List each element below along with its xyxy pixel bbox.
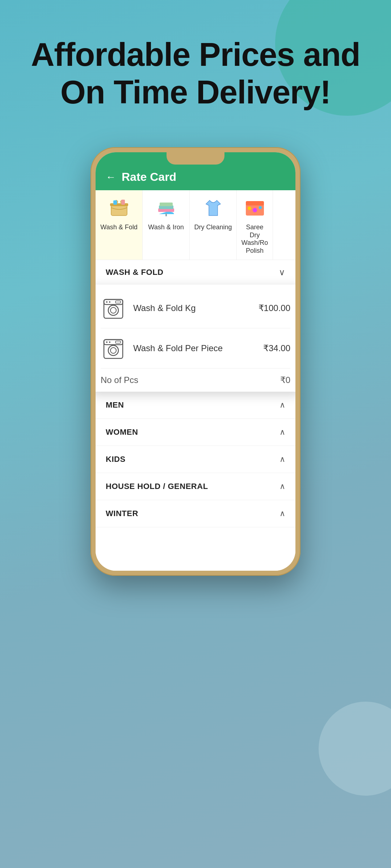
section-winter[interactable]: WINTER ∧ [96, 500, 295, 527]
svg-rect-0 [111, 205, 127, 216]
tab-wash-fold[interactable]: Wash & Fold [96, 190, 143, 260]
section-men-chevron: ∧ [279, 400, 285, 410]
svg-rect-9 [165, 213, 167, 216]
service-row-wash-fold-per-piece: Wash & Fold Per Piece ₹34.00 [101, 328, 290, 369]
svg-point-17 [108, 305, 118, 315]
washer-svg-2 [102, 337, 124, 359]
section-winter-title: WINTER [106, 509, 138, 518]
svg-point-19 [106, 301, 108, 303]
category-tabs: Wash & Fold [96, 190, 295, 260]
collapsible-sections-area: MEN ∧ WOMEN ∧ KIDS ∧ HOUSE HOLD / GENERA… [96, 392, 295, 571]
washing-machine-icon-1 [101, 295, 126, 321]
wash-iron-icon [154, 196, 178, 221]
svg-point-24 [108, 345, 118, 356]
tab-dry-cleaning-label: Dry Cleaning [194, 224, 232, 231]
hero-section: Affordable Prices and On Time Delivery! [0, 0, 391, 133]
section-men-title: MEN [106, 400, 124, 410]
wash-fold-section-title: WASH & FOLD [106, 268, 164, 277]
phone-notch [167, 152, 224, 165]
svg-point-25 [110, 348, 116, 353]
tab-wash-fold-label: Wash & Fold [100, 224, 137, 231]
tab-wash-iron-label: Wash & Iron [148, 224, 184, 231]
no-of-pcs-row: No of Pcs ₹0 [101, 369, 290, 388]
wash-fold-icon [107, 196, 131, 221]
svg-rect-5 [121, 200, 125, 205]
svg-point-26 [106, 341, 108, 343]
section-winter-chevron: ∧ [279, 509, 285, 518]
tab-saree-label: Saree Dry Wash/Ro Polish [240, 224, 269, 255]
svg-point-14 [259, 206, 262, 209]
svg-rect-28 [115, 341, 121, 343]
bg-circle-bottom [319, 702, 391, 796]
saree-dry-icon [243, 196, 267, 221]
tab-dry-cleaning[interactable]: Dry Cleaning [190, 190, 237, 260]
section-women-chevron: ∧ [279, 427, 285, 437]
wash-iron-svg [155, 197, 177, 219]
svg-point-27 [109, 341, 110, 343]
wash-fold-svg [108, 197, 130, 219]
service-name-1: Wash & Fold Kg [133, 303, 251, 313]
svg-rect-4 [113, 200, 117, 205]
section-women-title: WOMEN [106, 427, 138, 437]
back-button[interactable]: ← [106, 171, 116, 183]
svg-point-13 [253, 208, 257, 212]
svg-rect-11 [246, 201, 264, 205]
phone-outer-shell: ← Rate Card [91, 147, 300, 576]
svg-rect-21 [115, 301, 121, 303]
svg-rect-1 [110, 203, 128, 206]
dry-cleaning-icon [201, 196, 226, 221]
hero-title: Affordable Prices and On Time Delivery! [22, 36, 369, 111]
section-women[interactable]: WOMEN ∧ [96, 419, 295, 446]
tab-saree-dry[interactable]: Saree Dry Wash/Ro Polish [237, 190, 273, 260]
empty-area [96, 527, 295, 571]
section-kids-title: KIDS [106, 455, 126, 464]
section-men[interactable]: MEN ∧ [96, 392, 295, 419]
svg-point-12 [248, 207, 251, 210]
page-title: Rate Card [122, 170, 176, 184]
tab-wash-iron[interactable]: Wash & Iron [143, 190, 190, 260]
service-row-wash-fold-kg: Wash & Fold Kg ₹100.00 [101, 288, 290, 328]
no-of-pcs-value: ₹0 [280, 375, 290, 385]
saree-dry-svg [244, 197, 266, 219]
washing-machine-icon-2 [101, 336, 126, 361]
services-card: Wash & Fold Kg ₹100.00 [96, 285, 295, 392]
no-of-pcs-label: No of Pcs [101, 375, 138, 385]
section-household-title: HOUSE HOLD / GENERAL [106, 482, 208, 491]
svg-rect-8 [160, 203, 173, 206]
app-content: ← Rate Card [96, 152, 295, 571]
section-kids[interactable]: KIDS ∧ [96, 446, 295, 473]
service-price-1: ₹100.00 [258, 303, 290, 313]
section-household[interactable]: HOUSE HOLD / GENERAL ∧ [96, 473, 295, 500]
svg-point-20 [109, 301, 110, 303]
wash-fold-section-header[interactable]: WASH & FOLD ∨ [96, 260, 295, 285]
phone-inner-screen: ← Rate Card [96, 152, 295, 571]
phone-mockup: ← Rate Card [0, 147, 391, 576]
dry-cleaning-svg [202, 197, 224, 219]
section-household-chevron: ∧ [279, 482, 285, 491]
svg-point-18 [110, 307, 116, 313]
section-kids-chevron: ∧ [279, 455, 285, 464]
service-price-2: ₹34.00 [263, 343, 290, 353]
wash-fold-chevron: ∨ [279, 267, 285, 277]
service-name-2: Wash & Fold Per Piece [133, 343, 256, 353]
washer-svg-1 [102, 297, 124, 319]
